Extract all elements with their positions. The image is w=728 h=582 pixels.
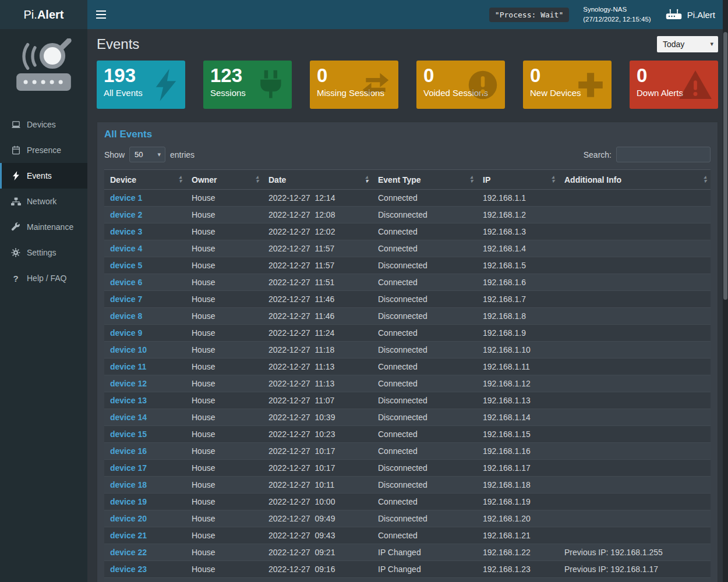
cell-info	[559, 207, 711, 223]
summary-box-voided-sessions[interactable]: 0 Voided Sessions	[416, 61, 505, 109]
cell-date: 2022-12-27 11:57	[263, 257, 372, 274]
cell-date: 2022-12-27 11:07	[263, 392, 372, 409]
device-link[interactable]: device 3	[110, 227, 142, 236]
column-header-owner[interactable]: Owner▴▾	[186, 170, 263, 190]
table-row: device 24House2022-12-27 09:01Connected1…	[104, 578, 711, 582]
cell-owner: House	[186, 460, 263, 477]
column-header-date[interactable]: Date▴▾	[263, 170, 372, 190]
device-link[interactable]: device 13	[110, 396, 147, 405]
summary-box-missing-sessions[interactable]: 0 Missing Sessions	[310, 61, 398, 109]
cell-info	[559, 291, 711, 308]
laptop-icon	[10, 120, 22, 129]
search-input[interactable]	[616, 147, 711, 162]
summary-box-new-devices[interactable]: 0 New Devices	[523, 61, 612, 109]
cell-date: 2022-12-27 11:51	[263, 274, 372, 291]
cell-info	[559, 308, 711, 325]
sidebar: Devices Presence Events Network Maintena…	[0, 29, 87, 582]
period-select[interactable]: Today	[657, 36, 718, 52]
cell-owner: House	[186, 409, 263, 426]
sidebar-item-presence[interactable]: Presence	[0, 137, 87, 163]
device-link[interactable]: device 20	[110, 514, 147, 523]
cell-device: device 2	[104, 207, 186, 223]
device-link[interactable]: device 19	[110, 497, 147, 506]
device-link[interactable]: device 11	[110, 362, 146, 371]
device-link[interactable]: device 8	[110, 311, 142, 321]
table-row: device 5House2022-12-27 11:57Disconnecte…	[104, 257, 711, 274]
cell-event_type: Connected	[372, 375, 477, 392]
device-link[interactable]: device 6	[110, 278, 142, 287]
sidebar-item-label: Devices	[27, 120, 56, 129]
panel-title: All Events	[97, 122, 718, 146]
table-row: device 23House2022-12-27 09:16IP Changed…	[104, 561, 711, 578]
cell-event_type: Disconnected	[372, 510, 477, 527]
cell-event_type: Disconnected	[372, 477, 477, 494]
cell-owner: House	[186, 274, 263, 291]
sidebar-toggle-button[interactable]	[87, 0, 114, 29]
device-link[interactable]: device 5	[110, 261, 142, 270]
summary-box-sessions[interactable]: 123 Sessions	[203, 61, 292, 109]
device-link[interactable]: device 22	[110, 548, 147, 557]
device-link[interactable]: device 15	[110, 430, 147, 439]
device-link[interactable]: device 14	[110, 413, 147, 422]
device-link[interactable]: device 21	[110, 531, 147, 540]
column-header-device[interactable]: Device▴▾	[104, 170, 186, 190]
sidebar-item-events[interactable]: Events	[0, 163, 87, 189]
device-link[interactable]: device 9	[110, 328, 142, 338]
sidebar-item-devices[interactable]: Devices	[0, 112, 87, 137]
device-link[interactable]: device 23	[110, 565, 147, 574]
cell-owner: House	[186, 207, 263, 223]
process-status-badge: "Process: Wait"	[489, 8, 569, 22]
cell-ip: 192.168.1.20	[477, 510, 559, 527]
cell-device: device 18	[104, 477, 186, 494]
cell-event_type: Connected	[372, 494, 477, 510]
summary-box-down-alerts[interactable]: 0 Down Alerts	[630, 61, 718, 109]
cell-info	[559, 578, 711, 582]
device-link[interactable]: device 1	[110, 193, 142, 203]
vertical-scrollbar[interactable]	[723, 0, 728, 582]
device-link[interactable]: device 17	[110, 463, 147, 473]
sidebar-item-network[interactable]: Network	[0, 189, 87, 214]
table-row: device 1House2022-12-27 12:14Connected19…	[104, 190, 711, 207]
device-link[interactable]: device 12	[110, 379, 147, 388]
cell-event_type: Disconnected	[372, 291, 477, 308]
cell-owner: House	[186, 375, 263, 392]
table-row: device 10House2022-12-27 11:18Disconnect…	[104, 342, 711, 359]
column-header-event-type[interactable]: Event Type▴▾	[372, 170, 477, 190]
table-row: device 6House2022-12-27 11:51Connected19…	[104, 274, 711, 291]
summary-box-all-events[interactable]: 193 All Events	[97, 61, 185, 109]
nav-brand[interactable]: Pi.Alert	[665, 8, 715, 21]
column-header-ip[interactable]: IP▴▾	[477, 170, 559, 190]
period-select-wrap: Today	[657, 36, 718, 52]
search-label: Search:	[584, 150, 612, 159]
cell-event_type: Connected	[372, 223, 477, 240]
device-link[interactable]: device 18	[110, 480, 147, 489]
device-link[interactable]: device 2	[110, 210, 142, 219]
host-timestamp: (27/12/2022, 12:15:45)	[583, 15, 651, 24]
cell-ip: 192.168.1.9	[477, 325, 559, 342]
table-row: device 15House2022-12-27 10:23Connected1…	[104, 426, 711, 443]
cell-date: 2022-12-27 12:02	[263, 223, 372, 240]
cell-ip: 192.168.1.14	[477, 409, 559, 426]
cell-event_type: Connected	[372, 578, 477, 582]
device-link[interactable]: device 4	[110, 244, 142, 253]
sidebar-item-settings[interactable]: Settings	[0, 240, 87, 265]
page-length-select[interactable]: 50	[129, 147, 165, 162]
cell-ip: 192.168.1.22	[477, 544, 559, 561]
app-logo[interactable]: Pi.Alert	[0, 0, 87, 29]
cell-date: 2022-12-27 11:13	[263, 375, 372, 392]
cell-date: 2022-12-27 10:17	[263, 443, 372, 460]
sidebar-item-help[interactable]: ? Help / FAQ	[0, 265, 87, 291]
device-link[interactable]: device 7	[110, 294, 142, 304]
sidebar-item-maintenance[interactable]: Maintenance	[0, 214, 87, 240]
cell-device: device 5	[104, 257, 186, 274]
sort-icon: ▴▾	[704, 175, 706, 184]
cell-device: device 13	[104, 392, 186, 409]
column-header-additional-info[interactable]: Additional Info▴▾	[559, 170, 711, 190]
cell-ip: 192.168.1.18	[477, 477, 559, 494]
cell-owner: House	[186, 426, 263, 443]
scrollbar-thumb[interactable]	[723, 32, 727, 300]
nav-brand-label: Pi.Alert	[687, 10, 715, 20]
cell-date: 2022-12-27 09:43	[263, 527, 372, 544]
device-link[interactable]: device 10	[110, 345, 147, 354]
device-link[interactable]: device 16	[110, 446, 147, 456]
